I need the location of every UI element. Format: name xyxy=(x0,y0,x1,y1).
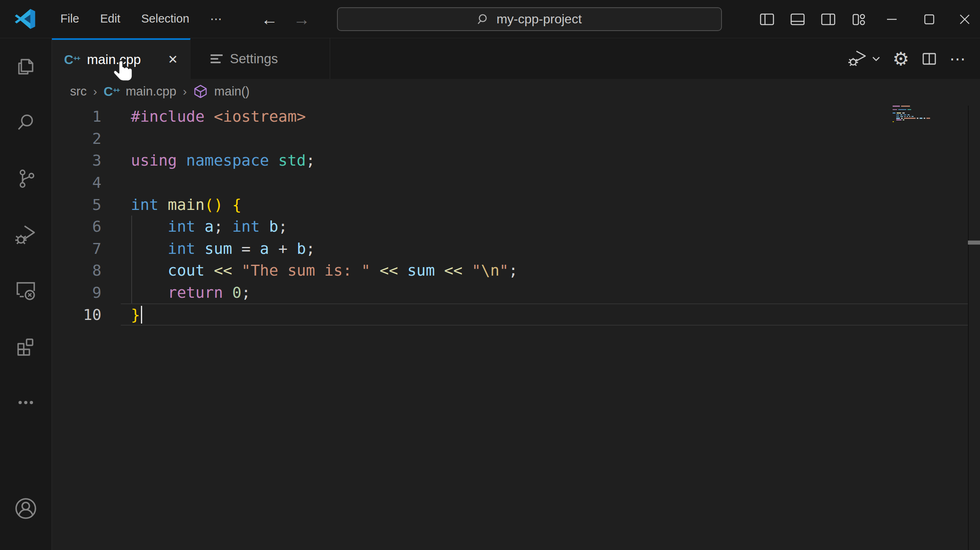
run-dropdown-chevron-icon xyxy=(872,56,881,62)
text-cursor xyxy=(141,306,142,324)
code-text: cout << "The sum is: " << sum << "\n"; xyxy=(131,262,518,279)
vscode-logo-icon xyxy=(14,8,36,30)
editor-actions: ⚙ ⋯ xyxy=(848,38,980,79)
line-number: 5 xyxy=(52,196,101,214)
line-number: 4 xyxy=(52,174,101,191)
command-center-search[interactable]: my-cpp-project xyxy=(337,7,722,31)
explorer-icon[interactable] xyxy=(0,38,52,94)
code-text: int a; int b; xyxy=(131,218,287,235)
code-text: return 0; xyxy=(131,284,250,301)
breadcrumb-src[interactable]: src xyxy=(70,84,87,99)
overview-ruler-cursor-marker xyxy=(968,241,980,245)
line-number: 8 xyxy=(52,262,101,279)
tab-bar: C++ main.cpp ✕ Settings ⚙ ⋯ xyxy=(52,38,980,79)
history-navigation: ← → xyxy=(261,0,310,38)
tab-close-icon[interactable]: ✕ xyxy=(165,51,181,68)
run-and-debug-icon[interactable] xyxy=(0,206,52,262)
settings-list-icon xyxy=(211,54,223,63)
line-number: 3 xyxy=(52,152,101,169)
code-line[interactable]: 9 return 0; xyxy=(52,282,980,304)
code-line[interactable]: 1#include <iostream> xyxy=(52,106,980,128)
menu-edit[interactable]: Edit xyxy=(91,9,130,29)
source-control-icon[interactable] xyxy=(0,150,52,206)
code-line[interactable]: 4 xyxy=(52,172,980,194)
line-number: 6 xyxy=(52,218,101,235)
command-center-text: my-cpp-project xyxy=(496,12,582,27)
toggle-primary-sidebar-icon[interactable] xyxy=(752,0,782,38)
account-icon[interactable] xyxy=(0,480,52,537)
tab-main-cpp-label: main.cpp xyxy=(87,52,141,67)
go-back-icon[interactable]: ← xyxy=(261,11,278,28)
go-forward-icon[interactable]: → xyxy=(293,11,310,28)
line-number: 10 xyxy=(52,306,101,324)
menu-bar: File Edit Selection ⋯ xyxy=(51,9,232,29)
tab-settings-label: Settings xyxy=(230,51,278,66)
close-window-button[interactable] xyxy=(949,0,980,38)
activity-bar xyxy=(0,38,52,550)
extensions-icon[interactable] xyxy=(0,318,52,374)
code-line[interactable]: 10} xyxy=(52,303,980,326)
code-text: int main() { xyxy=(131,196,242,214)
search-icon xyxy=(477,13,490,26)
line-number: 7 xyxy=(52,240,101,257)
code-line[interactable]: 3using namespace std; xyxy=(52,149,980,172)
line-number: 1 xyxy=(52,108,101,125)
overview-ruler-border xyxy=(968,106,969,550)
code-text: using namespace std; xyxy=(131,152,315,169)
open-settings-gear-icon[interactable]: ⚙ xyxy=(893,50,909,68)
code-line[interactable]: 7 int sum = a + b; xyxy=(52,238,980,260)
line-number: 9 xyxy=(52,284,101,301)
editor-group: C++ main.cpp ✕ Settings ⚙ ⋯ src xyxy=(52,38,980,550)
menu-selection[interactable]: Selection xyxy=(132,9,199,29)
code-text: int sum = a + b; xyxy=(131,240,315,257)
toggle-panel-icon[interactable] xyxy=(782,0,813,38)
tab-main-cpp[interactable]: C++ main.cpp ✕ xyxy=(52,38,190,79)
code-line[interactable]: 2 xyxy=(52,128,980,150)
breadcrumb-main-cpp[interactable]: main.cpp xyxy=(126,84,176,99)
code-text: #include <iostream> xyxy=(131,108,306,125)
title-bar: File Edit Selection ⋯ ← → my-cpp-project xyxy=(0,0,980,38)
symbol-cube-icon xyxy=(193,84,208,99)
breadcrumb-separator: › xyxy=(183,85,187,98)
cpp-file-icon: C++ xyxy=(64,53,80,66)
cpp-file-icon: C++ xyxy=(103,85,119,98)
breadcrumb: src › C++ main.cpp › main() xyxy=(52,79,980,104)
code-line[interactable]: 8 cout << "The sum is: " << sum << "\n"; xyxy=(52,259,980,282)
toggle-secondary-sidebar-icon[interactable] xyxy=(813,0,844,38)
remote-explorer-icon[interactable] xyxy=(0,262,52,318)
breadcrumb-separator: › xyxy=(93,85,97,98)
minimize-button[interactable] xyxy=(877,0,907,38)
search-sidebar-icon[interactable] xyxy=(0,94,52,150)
maximize-button[interactable] xyxy=(914,0,945,38)
code-line[interactable]: 6 int a; int b; xyxy=(52,216,980,238)
code-text: } xyxy=(131,306,140,324)
editor: src › C++ main.cpp › main() 1#include <i… xyxy=(52,79,980,550)
tab-settings[interactable]: Settings xyxy=(190,38,330,79)
split-editor-icon[interactable] xyxy=(921,51,937,67)
more-actions-icon[interactable]: ⋯ xyxy=(949,51,966,67)
code-line[interactable]: 5int main() { xyxy=(52,193,980,216)
code-editor-surface[interactable]: 1#include <iostream>23using namespace st… xyxy=(52,104,980,326)
breadcrumb-main-symbol[interactable]: main() xyxy=(214,84,250,99)
additional-views-icon[interactable] xyxy=(0,374,52,430)
minimap[interactable] xyxy=(893,106,933,125)
line-number: 2 xyxy=(52,130,101,147)
run-or-debug-button[interactable] xyxy=(848,50,881,68)
menu-more[interactable]: ⋯ xyxy=(201,9,232,29)
menu-file[interactable]: File xyxy=(51,9,89,29)
customize-layout-icon[interactable] xyxy=(844,0,874,38)
